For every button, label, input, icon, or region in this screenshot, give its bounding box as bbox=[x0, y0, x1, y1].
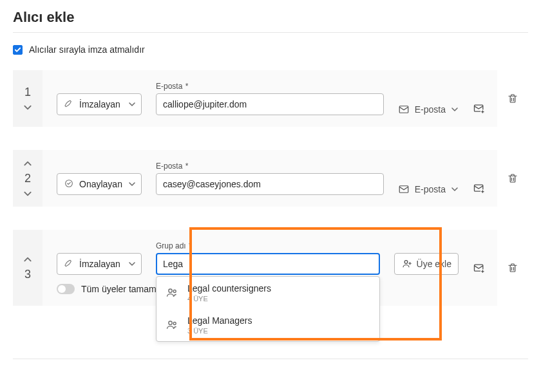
role-select[interactable]: İmzalayan bbox=[57, 253, 142, 275]
customize-button[interactable] bbox=[473, 182, 486, 195]
group-suggestions: Legal countersigners 4 ÜYE Legal Manager… bbox=[156, 276, 380, 342]
move-up-button[interactable] bbox=[23, 159, 32, 168]
delete-button[interactable] bbox=[507, 173, 518, 184]
all-complete-toggle[interactable] bbox=[57, 284, 75, 294]
suggestion-meta: 4 ÜYE bbox=[187, 295, 271, 303]
delivery-label: E-posta bbox=[415, 104, 446, 115]
role-label: Onaylayan bbox=[79, 179, 123, 189]
user-plus-icon bbox=[401, 258, 413, 270]
delivery-label: E-posta bbox=[415, 184, 446, 194]
suggestion-item[interactable]: Legal Managers 3 ÜYE bbox=[157, 309, 379, 341]
divider bbox=[13, 32, 528, 33]
email-field-wrap: E-posta * bbox=[156, 162, 384, 195]
email-input[interactable] bbox=[156, 93, 384, 115]
sign-order-checkbox[interactable] bbox=[13, 45, 23, 55]
move-up-button[interactable] bbox=[23, 255, 32, 264]
svg-point-8 bbox=[173, 290, 176, 293]
add-member-label: Üye ekle bbox=[417, 259, 451, 269]
email-label: E-posta * bbox=[156, 162, 384, 171]
chevron-down-icon bbox=[128, 260, 136, 268]
sequence-column: 1 bbox=[13, 70, 43, 127]
move-down-button[interactable] bbox=[23, 189, 32, 198]
mail-icon bbox=[398, 104, 410, 115]
delivery-select[interactable]: E-posta bbox=[398, 104, 459, 115]
delivery-select[interactable]: E-posta bbox=[398, 183, 459, 195]
chevron-down-icon bbox=[451, 185, 459, 193]
group-icon bbox=[166, 286, 178, 299]
group-name-input[interactable] bbox=[156, 253, 380, 275]
svg-point-11 bbox=[404, 261, 408, 264]
mail-icon bbox=[398, 183, 410, 195]
sequence-number: 1 bbox=[24, 86, 31, 99]
customize-button[interactable] bbox=[473, 262, 486, 275]
recipient-row: 2 Onaylayan E-posta * E-posta bbox=[13, 150, 528, 207]
chevron-down-icon bbox=[128, 180, 136, 188]
svg-point-9 bbox=[169, 321, 172, 324]
suggestion-name: Legal Managers bbox=[187, 315, 252, 326]
email-label: E-posta * bbox=[156, 82, 384, 91]
group-label: Grup adı * bbox=[156, 241, 380, 250]
sequence-column: 3 bbox=[13, 230, 43, 306]
svg-point-7 bbox=[169, 289, 172, 292]
sequence-number: 3 bbox=[24, 268, 31, 281]
svg-rect-0 bbox=[399, 106, 408, 113]
check-circle-icon bbox=[64, 178, 74, 191]
add-member-button[interactable]: Üye ekle bbox=[394, 253, 459, 275]
sign-order-row: Alıcılar sırayla imza atmalıdır bbox=[13, 44, 528, 55]
role-label: İmzalayan bbox=[79, 99, 123, 109]
sequence-column: 2 bbox=[13, 150, 43, 207]
chevron-down-icon bbox=[128, 100, 136, 108]
suggestion-name: Legal countersigners bbox=[187, 283, 271, 294]
svg-rect-4 bbox=[399, 186, 408, 193]
recipient-group-row: 3 İmzalayan Grup adı * Legal countersi bbox=[13, 230, 528, 306]
email-input[interactable] bbox=[156, 173, 384, 195]
role-select[interactable]: İmzalayan bbox=[57, 93, 142, 115]
customize-button[interactable] bbox=[473, 102, 486, 115]
suggestion-meta: 3 ÜYE bbox=[187, 327, 252, 335]
bottom-divider bbox=[13, 359, 528, 359]
chevron-down-icon bbox=[451, 106, 459, 113]
page-title: Alıcı ekle bbox=[13, 9, 528, 26]
email-field-wrap: E-posta * bbox=[156, 82, 384, 115]
delete-button[interactable] bbox=[507, 93, 518, 104]
suggestion-item[interactable]: Legal countersigners 4 ÜYE bbox=[157, 277, 379, 309]
role-label: İmzalayan bbox=[79, 259, 123, 269]
sign-order-label: Alıcılar sırayla imza atmalıdır bbox=[29, 44, 145, 55]
group-icon bbox=[166, 319, 178, 331]
sequence-number: 2 bbox=[24, 172, 31, 185]
svg-point-10 bbox=[173, 322, 176, 325]
recipient-row: 1 İmzalayan E-posta * E-posta bbox=[13, 70, 528, 127]
role-select[interactable]: Onaylayan bbox=[57, 173, 142, 195]
pen-icon bbox=[64, 258, 74, 270]
pen-icon bbox=[64, 98, 74, 111]
move-down-button[interactable] bbox=[23, 103, 32, 112]
delete-button[interactable] bbox=[507, 262, 518, 274]
